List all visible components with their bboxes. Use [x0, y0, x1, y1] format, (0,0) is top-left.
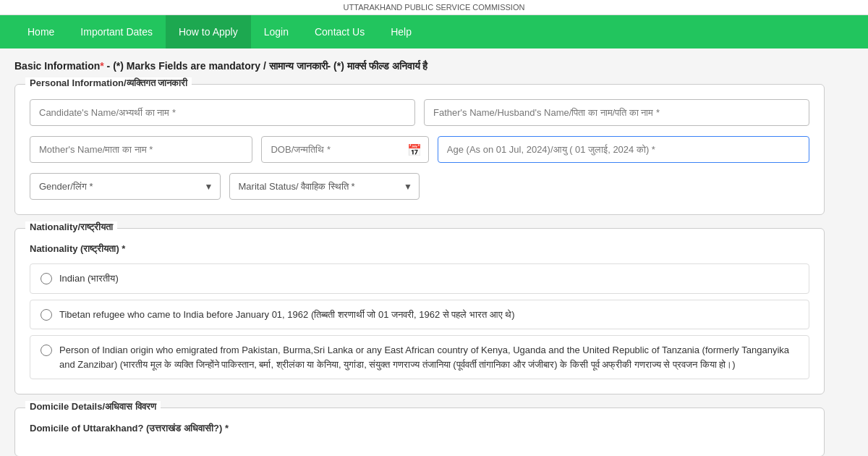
personal-row-3: Gender/लिंग * Male/पुरुष Female/महिला Ot… — [30, 173, 809, 200]
nationality-indian-origin-radio[interactable] — [41, 345, 52, 356]
father-name-input[interactable] — [424, 99, 809, 126]
dob-field: 📅 — [261, 136, 428, 163]
father-name-field — [424, 99, 809, 126]
gender-select[interactable]: Gender/लिंग * Male/पुरुष Female/महिला Ot… — [30, 173, 221, 200]
marital-status-select[interactable]: Marital Status/ वैवाहिक स्थिति * Single/… — [229, 173, 420, 200]
nationality-indian-origin-text: Person of Indian origin who emigrated fr… — [59, 343, 799, 371]
nav-help[interactable]: Help — [378, 15, 425, 48]
mother-name-field — [30, 136, 252, 163]
personal-info-section: Personal Information/व्यक्तिगत जानकारी 📅 — [14, 84, 825, 215]
nationality-indian-radio[interactable] — [41, 273, 52, 284]
candidate-name-input[interactable] — [30, 99, 415, 126]
nationality-tibetan-radio[interactable] — [41, 309, 52, 321]
nationality-indian-text: Indian (भारतीय) — [59, 271, 119, 286]
personal-info-legend: Personal Information/व्यक्तिगत जानकारी — [25, 77, 192, 89]
age-input[interactable] — [438, 136, 809, 163]
nav-important-dates[interactable]: Important Dates — [67, 15, 166, 48]
nav-how-to-apply[interactable]: How to Apply — [166, 15, 251, 48]
nationality-label: Nationality (राष्ट्रीयता) * — [30, 243, 809, 255]
page-content: Basic Information* - (*) Marks Fields ar… — [0, 48, 839, 456]
nationality-legend: Nationality/राष्ट्रीयता — [25, 221, 117, 233]
spacer-1 — [428, 173, 809, 200]
nationality-tibetan-option[interactable]: Tibetan refugee who came to India before… — [30, 300, 809, 330]
mother-name-input[interactable] — [30, 136, 252, 163]
page-title-main: Basic Information — [14, 60, 100, 72]
domicile-section: Domicile Details/अधिवास विवरण Domicile o… — [14, 408, 825, 456]
nav-login[interactable]: Login — [251, 15, 302, 48]
domicile-legend: Domicile Details/अधिवास विवरण — [25, 401, 161, 413]
personal-row-2: 📅 — [30, 136, 809, 163]
domicile-question: Domicile of Uttarakhand? (उत्तराखंड अधिव… — [30, 423, 809, 434]
page-title-suffix: - (*) Marks Fields are mandatory / सामान… — [104, 60, 428, 72]
marital-status-field: Marital Status/ वैवाहिक स्थिति * Single/… — [229, 173, 420, 200]
nationality-section: Nationality/राष्ट्रीयता Nationality (राष… — [14, 228, 825, 394]
org-name: UTTARAKHAND PUBLIC SERVICE COMMISSION — [344, 3, 525, 12]
personal-row-1 — [30, 99, 809, 126]
nav-contact-us[interactable]: Contact Us — [302, 15, 378, 48]
nationality-indian-option[interactable]: Indian (भारतीय) — [30, 263, 809, 294]
navbar: Home Important Dates How to Apply Login … — [0, 15, 868, 48]
gender-field: Gender/लिंग * Male/पुरुष Female/महिला Ot… — [30, 173, 221, 200]
dob-input[interactable] — [261, 136, 428, 163]
top-bar: UTTARAKHAND PUBLIC SERVICE COMMISSION — [0, 0, 868, 15]
nationality-indian-origin-option[interactable]: Person of Indian origin who emigrated fr… — [30, 335, 809, 379]
nationality-tibetan-text: Tibetan refugee who came to India before… — [59, 308, 515, 322]
candidate-name-field — [30, 99, 415, 126]
page-title: Basic Information* - (*) Marks Fields ar… — [14, 60, 825, 72]
age-field — [438, 136, 809, 163]
nav-home[interactable]: Home — [14, 15, 67, 48]
